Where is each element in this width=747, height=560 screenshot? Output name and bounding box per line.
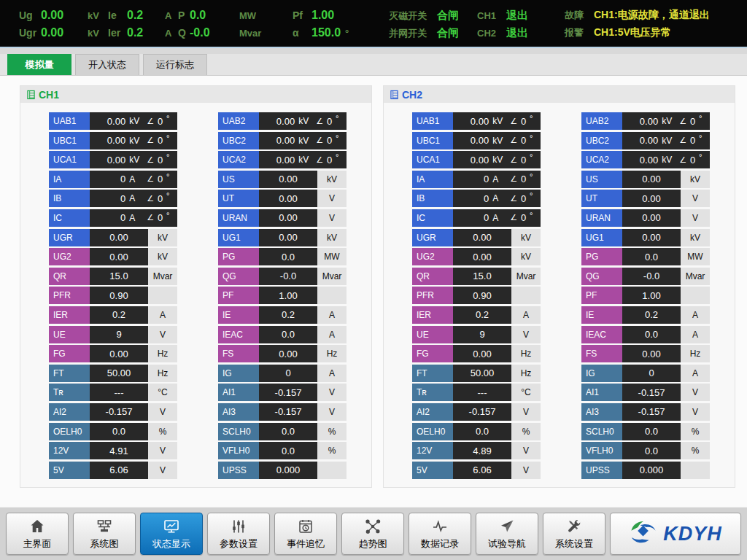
measurement-value-cell: 0 — [622, 365, 681, 382]
measurement-value-cell: 0.000 — [259, 462, 317, 479]
measurement-unit-cell: V — [511, 403, 541, 421]
panel-title: CH2 — [402, 89, 422, 101]
measurement-label: IE — [581, 306, 622, 324]
header-field-label: 并网开关 — [389, 26, 437, 40]
measurement-row: IC0A∠0° — [412, 209, 541, 227]
measurement-label: PG — [218, 248, 259, 265]
measurement-label: IB — [49, 190, 90, 207]
measurement-label: 5V — [412, 462, 453, 479]
nav-button-trend-chart[interactable]: 趋势图 — [341, 513, 404, 555]
measurement-value-cell: 0.00kV∠0° — [622, 112, 710, 130]
nav-button-test-navigation[interactable]: 试验导航 — [476, 513, 538, 555]
header-field-value: 0.2 — [127, 26, 160, 39]
nav-button-event-recall[interactable]: 事件追忆 — [274, 513, 337, 555]
measurement-row: IG0A — [581, 365, 710, 382]
measurement-value: 0.00 — [264, 135, 295, 146]
measurement-value-cell: 0.0 — [259, 248, 317, 265]
tab-digital-inputs[interactable]: 开入状态 — [75, 54, 139, 75]
angle-icon: ∠ — [679, 117, 686, 126]
measurement-value-cell: 0.00kV∠0° — [90, 132, 177, 149]
measurement-row: UT0.00V — [218, 190, 347, 207]
tab-bar: 模拟量开入状态运行标志 — [0, 48, 747, 76]
measurement-value-cell: 0A∠0° — [90, 209, 177, 227]
measurement-value-cell: 50.00 — [453, 365, 511, 382]
measurement-value: 0.00 — [95, 135, 125, 146]
measurement-label: IG — [581, 365, 622, 382]
measurement-value-cell: 0.00kV∠0° — [259, 132, 347, 149]
event-recall-icon — [297, 518, 314, 535]
measurement-row: IA0A∠0° — [49, 171, 177, 188]
measurement-row: PF1.00 — [218, 287, 347, 304]
measurement-row: QR15.0Mvar — [49, 268, 177, 285]
nav-label: 状态显示 — [152, 537, 190, 551]
measurement-value-cell: 0.0 — [259, 423, 317, 440]
measurement-label: 5V — [49, 462, 90, 479]
header-line: CH1退出 — [477, 8, 565, 22]
measurement-unit-cell: A — [511, 306, 541, 324]
measurement-unit-cell: °C — [511, 384, 541, 401]
measurement-unit: kV — [298, 136, 314, 146]
measurement-value-cell: 0.00kV∠0° — [622, 151, 710, 168]
measurement-unit: A — [492, 213, 508, 223]
measurement-label: UAB1 — [49, 112, 90, 130]
measurement-row: OELH00.0% — [412, 423, 541, 440]
measurement-unit-cell: V — [317, 190, 347, 207]
measurement-row: FT50.00Hz — [412, 365, 541, 382]
measurement-row: UCA20.00kV∠0° — [581, 151, 710, 168]
angle-value: 0 — [323, 135, 336, 146]
measurement-label: UCA1 — [49, 151, 90, 168]
measurement-label: AI2 — [49, 403, 90, 421]
nav-button-data-record[interactable]: 数据记录 — [409, 513, 471, 555]
measurement-row: AI3-0.157V — [581, 403, 710, 421]
measurement-value-cell: 0.00 — [622, 171, 681, 188]
measurement-label: IEAC — [218, 326, 259, 343]
degree-symbol: ° — [336, 151, 341, 163]
measurement-value-cell: 0.90 — [90, 287, 148, 304]
kdyh-logo[interactable]: KDYH — [610, 513, 741, 555]
measurement-unit: kV — [129, 136, 145, 146]
measurement-label: UPSS — [218, 462, 259, 479]
measurement-value-cell: 0.0 — [622, 442, 681, 459]
measurement-row: UBC20.00kV∠0° — [218, 132, 347, 149]
angle-value: 0 — [517, 193, 530, 204]
nav-button-system-diagram[interactable]: 系统图 — [73, 513, 136, 555]
measurement-unit-cell: Hz — [148, 365, 177, 382]
measurement-value-cell: -0.157 — [453, 403, 511, 421]
measurement-unit: kV — [492, 155, 508, 165]
measurement-value-cell: 0.00kV∠0° — [453, 112, 541, 130]
measurement-value-cell: --- — [90, 384, 148, 401]
header-field-value: 1.00 — [311, 8, 334, 22]
nav-button-sliders[interactable]: 参数设置 — [207, 513, 270, 555]
measurement-value: 0.00 — [264, 116, 295, 127]
test-navigation-icon — [498, 518, 516, 535]
measurement-unit: A — [129, 193, 145, 203]
measurement-row: US0.00kV — [218, 171, 347, 188]
measurement-label: UG2 — [412, 248, 453, 265]
measurement-row: PG0.0MW — [581, 248, 710, 265]
measurement-unit-cell: V — [317, 384, 347, 401]
tab-run-flags[interactable]: 运行标志 — [143, 54, 207, 75]
header-field-unit: Mvar — [239, 26, 261, 40]
header-field-value: 合闸 — [437, 26, 459, 39]
measurement-label: QG — [581, 268, 622, 285]
measurement-label: IC — [49, 209, 90, 227]
measurement-label: QR — [49, 268, 90, 285]
measurement-label: UBC1 — [49, 132, 90, 149]
measurement-value: 0 — [458, 193, 489, 204]
angle-icon: ∠ — [147, 136, 154, 145]
nav-button-system-settings[interactable]: 系统设置 — [543, 513, 605, 555]
nav-button-home[interactable]: 主界面 — [6, 513, 69, 555]
measurement-label: UT — [218, 190, 259, 207]
measurement-unit-cell: MW — [317, 248, 347, 265]
tab-analog-values[interactable]: 模拟量 — [7, 54, 71, 75]
nav-button-status-display[interactable]: 状态显示 — [140, 513, 203, 555]
measurement-value-cell: 0.2 — [90, 306, 148, 324]
measurement-label: PFR — [49, 287, 90, 304]
measurement-label: OELH0 — [49, 423, 90, 440]
system-diagram-icon — [96, 518, 113, 535]
measurement-unit-cell: Hz — [511, 345, 541, 362]
measurement-value-cell: 0.00 — [259, 190, 317, 207]
header-field-label: α — [293, 26, 311, 40]
nav-label: 事件追忆 — [287, 537, 325, 551]
measurement-label: Tʀ — [412, 384, 453, 401]
